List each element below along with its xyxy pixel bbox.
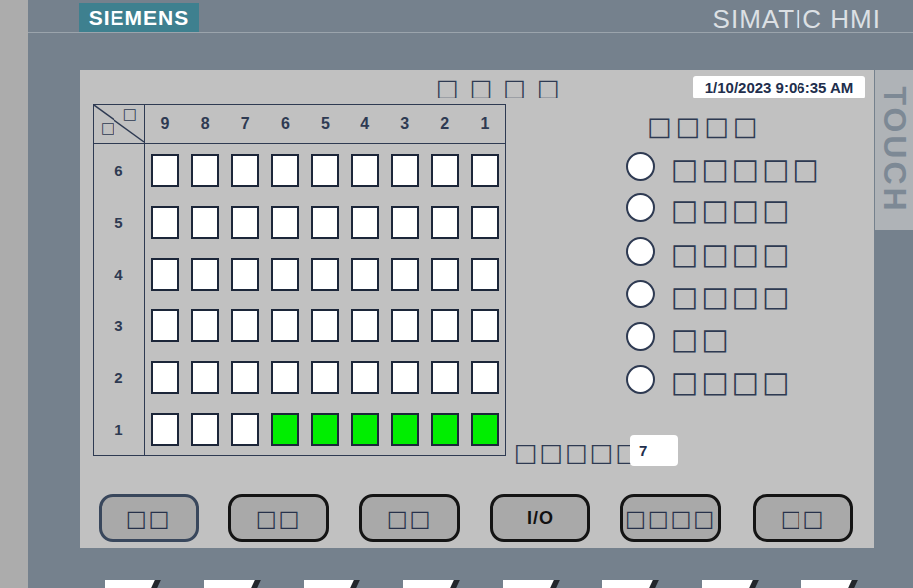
grid-cell-r3-c3-off[interactable] xyxy=(391,309,419,342)
grid-col-header-6: 6 xyxy=(265,105,305,143)
function-key-8[interactable] xyxy=(801,580,854,588)
grid-cell-r6-c8-off[interactable] xyxy=(191,154,219,187)
grid-cell-r5-c5-off[interactable] xyxy=(311,206,339,239)
indicator-label-2: □□□□ xyxy=(671,196,793,225)
panel-button-1[interactable]: □□ xyxy=(99,494,199,542)
grid-cell-r5-c7-off[interactable] xyxy=(231,206,259,239)
function-key-3[interactable] xyxy=(304,580,356,588)
grid-cell-r6-c3-off[interactable] xyxy=(391,154,419,187)
grid-cell-r4-c1-off[interactable] xyxy=(471,258,499,291)
grid-cell-slot xyxy=(385,144,425,196)
status-grid: □ □ 987654321 654321 xyxy=(93,104,506,456)
grid-cell-r3-c1-off[interactable] xyxy=(471,309,499,342)
grid-cell-r1-c4-on[interactable] xyxy=(351,413,379,446)
function-key-7[interactable] xyxy=(702,580,755,588)
grid-cell-slot xyxy=(425,248,465,299)
grid-cell-r6-c6-off[interactable] xyxy=(271,154,299,187)
grid-cell-slot xyxy=(185,403,225,455)
function-key-6[interactable] xyxy=(602,580,655,588)
grid-corner-cell: □ □ xyxy=(94,105,145,143)
grid-cell-r5-c2-off[interactable] xyxy=(431,206,459,239)
grid-cell-slot xyxy=(225,299,265,351)
function-key-1[interactable] xyxy=(105,580,157,588)
grid-cell-slot xyxy=(425,196,465,248)
indicator-label-4: □□□□ xyxy=(671,283,793,311)
grid-cell-r3-c7-off[interactable] xyxy=(231,309,259,342)
panel-button-2[interactable]: □□ xyxy=(228,494,329,542)
grid-cell-r5-c1-off[interactable] xyxy=(471,206,499,239)
grid-cell-r1-c8-off[interactable] xyxy=(191,413,219,446)
grid-cell-slot xyxy=(185,248,225,299)
panel-button-5[interactable]: □□□□ xyxy=(620,494,721,542)
grid-cell-slot xyxy=(345,144,385,196)
datetime-display: 1/10/2023 9:06:35 AM xyxy=(693,76,865,98)
grid-cell-r2-c1-off[interactable] xyxy=(471,361,499,394)
grid-cell-r2-c6-off[interactable] xyxy=(271,361,299,394)
grid-cell-r4-c5-off[interactable] xyxy=(311,258,339,291)
grid-cell-r6-c2-off[interactable] xyxy=(431,154,459,187)
hmi-screen: SIEMENS SIMATIC HMI TOUCH □□□□ 1/10/2023… xyxy=(0,0,913,588)
grid-cell-r6-c9-off[interactable] xyxy=(151,154,179,187)
grid-cell-r1-c6-on[interactable] xyxy=(271,413,299,446)
grid-cell-r1-c5-on[interactable] xyxy=(311,413,339,446)
grid-cell-r1-c3-on[interactable] xyxy=(391,413,419,446)
grid-cell-r3-c2-off[interactable] xyxy=(431,309,459,342)
grid-cell-r4-c4-off[interactable] xyxy=(351,258,379,291)
grid-cell-r6-c4-off[interactable] xyxy=(351,154,379,187)
grid-cell-r4-c6-off[interactable] xyxy=(271,258,299,291)
grid-cell-r5-c9-off[interactable] xyxy=(151,206,179,239)
grid-cell-slot xyxy=(145,351,185,403)
grid-cell-r3-c5-off[interactable] xyxy=(311,309,339,342)
grid-cell-r6-c5-off[interactable] xyxy=(311,154,339,187)
grid-body: 654321 xyxy=(94,144,505,455)
key-shadow xyxy=(450,580,460,588)
button-label: □□ xyxy=(256,506,302,531)
grid-cell-r3-c9-off[interactable] xyxy=(151,309,179,342)
grid-cell-r1-c7-off[interactable] xyxy=(231,413,259,446)
grid-cell-r3-c8-off[interactable] xyxy=(191,309,219,342)
indicator-label-5: □□ xyxy=(671,325,732,354)
grid-cell-r4-c7-off[interactable] xyxy=(231,258,259,291)
grid-cell-r2-c8-off[interactable] xyxy=(191,361,219,394)
grid-header-row: □ □ 987654321 xyxy=(94,105,505,144)
panel-button-3[interactable]: □□ xyxy=(359,494,460,542)
grid-cell-slot xyxy=(465,144,505,196)
grid-cell-r2-c7-off[interactable] xyxy=(231,361,259,394)
grid-cell-row-2 xyxy=(145,351,505,403)
grid-cell-slot xyxy=(185,299,225,351)
grid-cell-r5-c4-off[interactable] xyxy=(351,206,379,239)
grid-cell-slot xyxy=(305,351,344,403)
touch-tab: TOUCH xyxy=(875,70,913,230)
grid-cell-slot xyxy=(465,403,505,455)
grid-cell-r2-c5-off[interactable] xyxy=(311,361,339,394)
grid-cell-r2-c9-off[interactable] xyxy=(151,361,179,394)
grid-cell-r6-c7-off[interactable] xyxy=(231,154,259,187)
counter-value-field[interactable]: 7 xyxy=(630,435,678,466)
function-key-5[interactable] xyxy=(503,580,556,588)
grid-cell-r3-c6-off[interactable] xyxy=(271,309,299,342)
grid-cell-r5-c8-off[interactable] xyxy=(191,206,219,239)
key-shadow xyxy=(848,580,858,588)
grid-cell-slot xyxy=(185,351,225,403)
grid-cell-r4-c9-off[interactable] xyxy=(151,258,179,291)
grid-row-header-2: 2 xyxy=(94,351,144,403)
grid-cell-row-3 xyxy=(145,299,505,351)
grid-cell-r4-c3-off[interactable] xyxy=(391,258,419,291)
io-button[interactable]: I/O xyxy=(490,494,590,542)
grid-cell-r1-c9-off[interactable] xyxy=(151,413,179,446)
grid-cell-r2-c4-off[interactable] xyxy=(351,361,379,394)
grid-cell-r4-c8-off[interactable] xyxy=(191,258,219,291)
function-key-4[interactable] xyxy=(403,580,456,588)
grid-cell-r4-c2-off[interactable] xyxy=(431,258,459,291)
function-key-2[interactable] xyxy=(204,580,257,588)
grid-cell-r2-c3-off[interactable] xyxy=(391,361,419,394)
grid-cell-r5-c3-off[interactable] xyxy=(391,206,419,239)
grid-cell-r1-c1-on[interactable] xyxy=(471,413,499,446)
panel-button-6[interactable]: □□ xyxy=(753,494,853,542)
grid-cell-r2-c2-off[interactable] xyxy=(431,361,459,394)
grid-cell-r6-c1-off[interactable] xyxy=(471,154,499,187)
grid-cell-r1-c2-on[interactable] xyxy=(431,413,459,446)
grid-cell-r3-c4-off[interactable] xyxy=(351,309,379,342)
grid-cell-slot xyxy=(425,299,465,351)
grid-cell-r5-c6-off[interactable] xyxy=(271,206,299,239)
